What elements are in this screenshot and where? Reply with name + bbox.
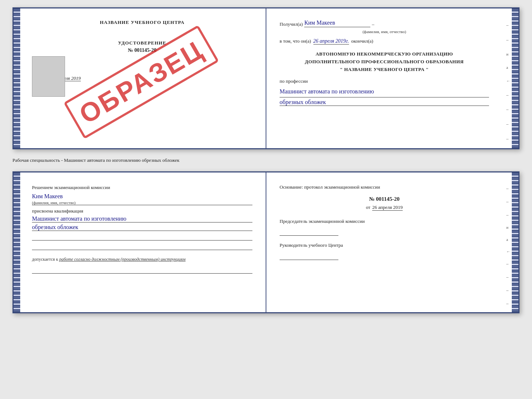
- top-left-title: НАЗВАНИЕ УЧЕБНОГО ЦЕНТРА: [32, 19, 252, 25]
- profession-line2: обрезных обложек: [280, 99, 489, 106]
- date-handwritten: 26 апреля 2019г.: [313, 38, 349, 44]
- predsedatel-label: Председатель экзаменационной комиссии: [280, 218, 365, 224]
- bottom-right-panel: Основание: протокол экзаменационной коми…: [266, 172, 518, 312]
- rukovoditel-sign-line: [280, 252, 338, 260]
- fio-sublabel-bottom: (фамилия, имя, отчество): [32, 200, 252, 205]
- predsedatel-block: Председатель экзаменационной комиссии: [280, 218, 489, 236]
- komissia-name: Ким Макеев: [32, 193, 252, 200]
- poluchil-row: Получил(a) Ким Макеев –: [280, 19, 489, 27]
- top-left-panel: НАЗВАНИЕ УЧЕБНОГО ЦЕНТРА УДОСТОВЕРЕНИЕ №…: [14, 8, 266, 148]
- right-decoration-bottom: – – – и а ← – – – –: [506, 184, 510, 309]
- resheniyem-label: Решением экзаменационной комиссии: [32, 184, 252, 192]
- okonchil-label: окончил(а): [351, 38, 373, 44]
- specialty-label: Рабочая специальность - Машинист автомат…: [12, 157, 179, 163]
- blank-line-3: [32, 266, 252, 274]
- top-document: НАЗВАНИЕ УЧЕБНОГО ЦЕНТРА УДОСТОВЕРЕНИЕ №…: [12, 7, 520, 149]
- protocol-number: № 001145-20: [280, 196, 489, 202]
- vibrano-row: Выдано 26 апреля 2019: [32, 75, 252, 81]
- protocol-date-prefix: от: [366, 204, 370, 210]
- spine-right-bottom: [512, 172, 518, 312]
- between-docs-label: Рабочая специальность - Машинист автомат…: [12, 155, 520, 165]
- protocol-date-row: от 26 апреля 2019: [280, 204, 489, 210]
- org-line3: " НАЗВАНИЕ УЧЕБНОГО ЦЕНТРА ": [280, 66, 489, 74]
- mp-label: М.П.: [32, 89, 252, 95]
- profession-line1: Машинист автомата по изготовлению: [280, 86, 489, 97]
- poluchil-label: Получил(a): [280, 21, 303, 27]
- bottom-document: Решением экзаменационной комиссии Ким Ма…: [12, 171, 520, 313]
- spine-right-decoration: [512, 8, 518, 148]
- org-line2: ДОПОЛНИТЕЛЬНОГО ПРОФЕССИОНАЛЬНОГО ОБРАЗО…: [280, 58, 489, 66]
- photo-placeholder: [32, 56, 65, 97]
- org-block: АВТОНОМНУЮ НЕКОММЕРЧЕСКУЮ ОРГАНИЗАЦИЮ ДО…: [280, 50, 489, 73]
- top-right-panel: Получил(a) Ким Макеев – (фамилия, имя, о…: [266, 8, 518, 148]
- blank-line-1: [32, 232, 252, 241]
- recipient-name: Ким Макеев: [304, 19, 370, 27]
- udost-label: УДОСТОВЕРЕНИЕ: [32, 40, 252, 46]
- fio-sublabel-top: (фамилия, имя, отчество): [280, 29, 489, 34]
- prisvoena-label: присвоена квалификация: [32, 208, 252, 214]
- right-decoration: – – и а ← – – – –: [506, 19, 510, 145]
- dopuskaetsya-block: допускается к работе согласно должностны…: [32, 256, 252, 263]
- rukovoditel-label: Руководитель учебного Центра: [280, 242, 343, 248]
- udost-number: № 001145-20: [32, 47, 252, 53]
- vtom-row: в том, что он(а) 26 апреля 2019г. окончи…: [280, 38, 489, 44]
- dopuskaetsya-prefix: допускается к: [32, 257, 58, 262]
- dopuskaetsya-text: работе согласно должностным (производств…: [59, 257, 186, 262]
- osnovanie-label: Основание: протокол экзаменационной коми…: [280, 184, 489, 191]
- predsedatel-sign-line: [280, 228, 338, 236]
- vtom-prefix: в том, что он(а): [280, 38, 311, 44]
- rukovoditel-block: Руководитель учебного Центра: [280, 242, 489, 260]
- qual-line2: обрезных обложек: [32, 224, 252, 231]
- blank-line-2: [32, 242, 252, 250]
- org-line1: АВТОНОМНУЮ НЕКОММЕРЧЕСКУЮ ОРГАНИЗАЦИЮ: [280, 50, 489, 58]
- udostoverenie-block: УДОСТОВЕРЕНИЕ № 001145-20: [32, 40, 252, 53]
- qual-line1: Машинист автомата по изготовлению: [32, 215, 252, 222]
- profession-label: по профессии: [280, 78, 489, 84]
- protocol-date: 26 апреля 2019: [372, 204, 403, 211]
- bottom-left-panel: Решением экзаменационной комиссии Ким Ма…: [14, 172, 266, 312]
